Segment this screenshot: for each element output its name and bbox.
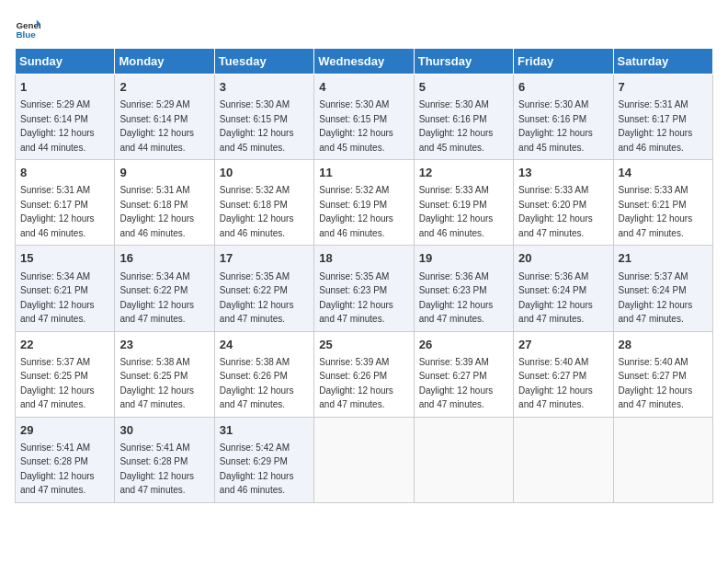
calendar-cell: 14Sunrise: 5:33 AMSunset: 6:21 PMDayligh… xyxy=(613,160,712,246)
calendar-cell: 17Sunrise: 5:35 AMSunset: 6:22 PMDayligh… xyxy=(214,246,313,331)
cell-info: Sunrise: 5:30 AMSunset: 6:16 PMDaylight:… xyxy=(518,99,593,153)
calendar-cell: 20Sunrise: 5:36 AMSunset: 6:24 PMDayligh… xyxy=(514,246,613,331)
svg-text:Blue: Blue xyxy=(16,29,36,40)
cell-info: Sunrise: 5:30 AMSunset: 6:16 PMDaylight:… xyxy=(419,99,494,153)
calendar-cell: 5Sunrise: 5:30 AMSunset: 6:16 PMDaylight… xyxy=(414,75,513,160)
calendar-cell: 8Sunrise: 5:31 AMSunset: 6:17 PMDaylight… xyxy=(16,160,115,246)
day-number: 4 xyxy=(319,79,408,96)
calendar-body: 1Sunrise: 5:29 AMSunset: 6:14 PMDaylight… xyxy=(16,75,713,503)
calendar-cell: 13Sunrise: 5:33 AMSunset: 6:20 PMDayligh… xyxy=(514,160,613,246)
day-header-friday: Friday xyxy=(514,49,613,75)
calendar-cell: 29Sunrise: 5:41 AMSunset: 6:28 PMDayligh… xyxy=(16,417,115,502)
day-number: 6 xyxy=(518,79,608,96)
calendar-cell: 30Sunrise: 5:41 AMSunset: 6:28 PMDayligh… xyxy=(115,417,214,502)
cell-info: Sunrise: 5:30 AMSunset: 6:15 PMDaylight:… xyxy=(319,99,393,153)
cell-info: Sunrise: 5:42 AMSunset: 6:29 PMDaylight:… xyxy=(220,442,294,496)
calendar-table: SundayMondayTuesdayWednesdayThursdayFrid… xyxy=(15,48,713,503)
calendar-cell: 27Sunrise: 5:40 AMSunset: 6:27 PMDayligh… xyxy=(514,331,613,417)
day-header-thursday: Thursday xyxy=(414,49,513,75)
cell-info: Sunrise: 5:33 AMSunset: 6:21 PMDaylight:… xyxy=(619,185,693,238)
cell-info: Sunrise: 5:41 AMSunset: 6:28 PMDaylight:… xyxy=(119,442,194,496)
day-number: 11 xyxy=(319,165,408,181)
calendar-cell: 26Sunrise: 5:39 AMSunset: 6:27 PMDayligh… xyxy=(414,331,513,417)
calendar-cell: 16Sunrise: 5:34 AMSunset: 6:22 PMDayligh… xyxy=(115,246,214,331)
calendar-cell: 21Sunrise: 5:37 AMSunset: 6:24 PMDayligh… xyxy=(613,246,712,331)
cell-info: Sunrise: 5:35 AMSunset: 6:23 PMDaylight:… xyxy=(319,271,393,325)
cell-info: Sunrise: 5:37 AMSunset: 6:25 PMDaylight:… xyxy=(20,357,95,410)
logo-icon: General Blue xyxy=(15,15,40,40)
day-number: 14 xyxy=(619,165,708,181)
day-number: 30 xyxy=(119,422,209,439)
calendar-cell xyxy=(314,417,414,502)
calendar-cell: 2Sunrise: 5:29 AMSunset: 6:14 PMDaylight… xyxy=(115,75,214,160)
day-number: 25 xyxy=(319,337,408,353)
calendar-week-5: 29Sunrise: 5:41 AMSunset: 6:28 PMDayligh… xyxy=(16,417,713,502)
calendar-cell xyxy=(514,417,613,502)
cell-info: Sunrise: 5:36 AMSunset: 6:23 PMDaylight:… xyxy=(419,271,494,325)
calendar-cell: 24Sunrise: 5:38 AMSunset: 6:26 PMDayligh… xyxy=(214,331,313,417)
day-number: 27 xyxy=(518,337,608,353)
cell-info: Sunrise: 5:35 AMSunset: 6:22 PMDaylight:… xyxy=(220,271,294,325)
cell-info: Sunrise: 5:29 AMSunset: 6:14 PMDaylight:… xyxy=(119,99,194,153)
cell-info: Sunrise: 5:31 AMSunset: 6:18 PMDaylight:… xyxy=(119,185,194,238)
day-number: 24 xyxy=(220,337,309,353)
day-number: 9 xyxy=(119,165,209,181)
day-header-tuesday: Tuesday xyxy=(214,49,313,75)
day-header-sunday: Sunday xyxy=(16,49,115,75)
day-number: 3 xyxy=(220,79,309,96)
calendar-week-4: 22Sunrise: 5:37 AMSunset: 6:25 PMDayligh… xyxy=(16,331,713,417)
calendar-week-1: 1Sunrise: 5:29 AMSunset: 6:14 PMDaylight… xyxy=(16,75,713,160)
calendar-cell: 18Sunrise: 5:35 AMSunset: 6:23 PMDayligh… xyxy=(314,246,414,331)
cell-info: Sunrise: 5:40 AMSunset: 6:27 PMDaylight:… xyxy=(619,357,693,410)
cell-info: Sunrise: 5:32 AMSunset: 6:19 PMDaylight:… xyxy=(319,185,393,238)
day-number: 19 xyxy=(419,250,508,267)
calendar-week-2: 8Sunrise: 5:31 AMSunset: 6:17 PMDaylight… xyxy=(16,160,713,246)
calendar-cell: 9Sunrise: 5:31 AMSunset: 6:18 PMDaylight… xyxy=(115,160,214,246)
day-number: 31 xyxy=(220,422,309,439)
calendar-cell: 31Sunrise: 5:42 AMSunset: 6:29 PMDayligh… xyxy=(214,417,313,502)
day-number: 20 xyxy=(518,250,608,267)
calendar-cell: 23Sunrise: 5:38 AMSunset: 6:25 PMDayligh… xyxy=(115,331,214,417)
cell-info: Sunrise: 5:32 AMSunset: 6:18 PMDaylight:… xyxy=(220,185,294,238)
day-number: 22 xyxy=(20,337,109,353)
day-number: 28 xyxy=(619,337,708,353)
cell-info: Sunrise: 5:34 AMSunset: 6:22 PMDaylight:… xyxy=(119,271,194,325)
cell-info: Sunrise: 5:33 AMSunset: 6:19 PMDaylight:… xyxy=(419,185,494,238)
cell-info: Sunrise: 5:39 AMSunset: 6:27 PMDaylight:… xyxy=(419,357,494,410)
day-number: 16 xyxy=(119,250,209,267)
calendar-cell: 15Sunrise: 5:34 AMSunset: 6:21 PMDayligh… xyxy=(16,246,115,331)
day-number: 18 xyxy=(319,250,408,267)
cell-info: Sunrise: 5:41 AMSunset: 6:28 PMDaylight:… xyxy=(20,442,95,496)
calendar-cell: 7Sunrise: 5:31 AMSunset: 6:17 PMDaylight… xyxy=(613,75,712,160)
cell-info: Sunrise: 5:29 AMSunset: 6:14 PMDaylight:… xyxy=(20,99,95,153)
calendar-cell: 1Sunrise: 5:29 AMSunset: 6:14 PMDaylight… xyxy=(16,75,115,160)
calendar-cell: 10Sunrise: 5:32 AMSunset: 6:18 PMDayligh… xyxy=(214,160,313,246)
cell-info: Sunrise: 5:34 AMSunset: 6:21 PMDaylight:… xyxy=(20,271,95,325)
calendar-cell: 28Sunrise: 5:40 AMSunset: 6:27 PMDayligh… xyxy=(613,331,712,417)
day-number: 10 xyxy=(220,165,309,181)
day-number: 8 xyxy=(20,165,109,181)
day-number: 12 xyxy=(419,165,508,181)
calendar-cell: 6Sunrise: 5:30 AMSunset: 6:16 PMDaylight… xyxy=(514,75,613,160)
cell-info: Sunrise: 5:30 AMSunset: 6:15 PMDaylight:… xyxy=(220,99,294,153)
cell-info: Sunrise: 5:39 AMSunset: 6:26 PMDaylight:… xyxy=(319,357,393,410)
page-header: General Blue xyxy=(15,15,713,40)
cell-info: Sunrise: 5:37 AMSunset: 6:24 PMDaylight:… xyxy=(619,271,693,325)
day-number: 23 xyxy=(119,337,209,353)
day-header-monday: Monday xyxy=(115,49,214,75)
cell-info: Sunrise: 5:40 AMSunset: 6:27 PMDaylight:… xyxy=(518,357,593,410)
day-number: 21 xyxy=(619,250,708,267)
cell-info: Sunrise: 5:38 AMSunset: 6:26 PMDaylight:… xyxy=(220,357,294,410)
cell-info: Sunrise: 5:31 AMSunset: 6:17 PMDaylight:… xyxy=(619,99,693,153)
cell-info: Sunrise: 5:31 AMSunset: 6:17 PMDaylight:… xyxy=(20,185,95,238)
day-number: 5 xyxy=(419,79,508,96)
day-header-wednesday: Wednesday xyxy=(314,49,414,75)
day-number: 15 xyxy=(20,250,109,267)
calendar-cell xyxy=(414,417,513,502)
calendar-cell: 4Sunrise: 5:30 AMSunset: 6:15 PMDaylight… xyxy=(314,75,414,160)
calendar-cell: 25Sunrise: 5:39 AMSunset: 6:26 PMDayligh… xyxy=(314,331,414,417)
day-number: 26 xyxy=(419,337,508,353)
logo: General Blue xyxy=(15,15,40,40)
day-number: 1 xyxy=(20,79,109,96)
calendar-cell: 19Sunrise: 5:36 AMSunset: 6:23 PMDayligh… xyxy=(414,246,513,331)
